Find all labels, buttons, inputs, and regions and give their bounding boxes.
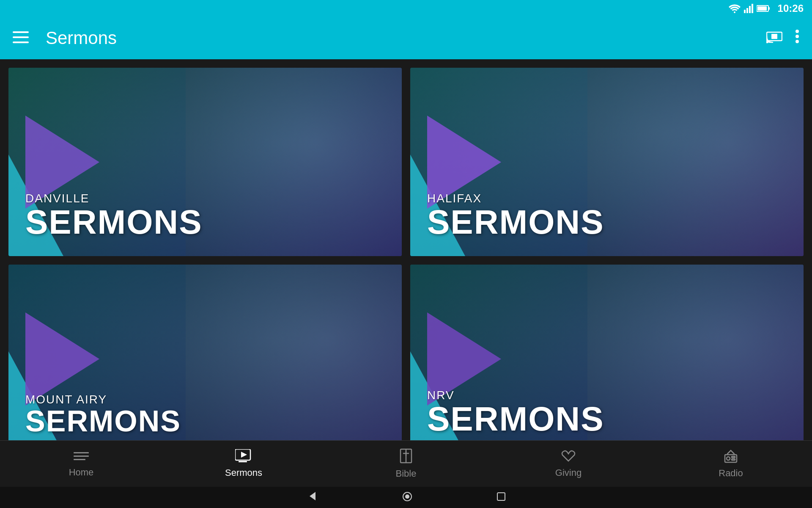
svg-point-28 — [727, 457, 730, 460]
svg-point-0 — [734, 11, 735, 13]
page-title: Sermons — [46, 28, 766, 48]
sermon-label-mount-airy: SERMONS — [25, 406, 181, 436]
svg-point-16 — [796, 40, 799, 43]
svg-rect-29 — [732, 456, 735, 458]
status-icons: 10:26 — [729, 3, 804, 14]
svg-marker-31 — [310, 492, 315, 500]
sermon-label-nrv: SERMONS — [427, 402, 604, 436]
photo-overlay-nrv — [587, 265, 804, 453]
svg-rect-10 — [13, 41, 29, 43]
nav-item-sermons[interactable]: Sermons — [162, 449, 325, 478]
nav-label-bible: Bible — [396, 468, 417, 479]
cast-icon[interactable] — [766, 29, 782, 47]
svg-rect-17 — [74, 452, 89, 453]
sermon-text-mount-airy: MOUNT AIRY SERMONS — [25, 393, 181, 436]
svg-point-14 — [796, 30, 799, 33]
android-nav-bar — [0, 487, 812, 508]
photo-overlay-mount-airy — [186, 265, 402, 453]
svg-rect-3 — [749, 6, 751, 13]
bible-icon — [400, 448, 412, 466]
play-arrow-mount-airy — [25, 312, 99, 406]
more-options-icon[interactable] — [795, 29, 799, 47]
svg-rect-9 — [13, 36, 29, 38]
svg-rect-6 — [768, 7, 770, 10]
battery-icon — [757, 5, 770, 12]
svg-rect-18 — [74, 456, 89, 457]
sermon-text-nrv: NRV SERMONS — [427, 389, 604, 436]
svg-rect-4 — [752, 4, 753, 13]
photo-overlay-danville — [186, 68, 402, 256]
photo-overlay-halifax — [587, 68, 804, 256]
sermon-card-mount-airy[interactable]: MOUNT AIRY SERMONS — [8, 265, 402, 453]
bottom-navigation: Home Sermons Bible — [0, 440, 812, 487]
app-bar: Sermons — [0, 17, 812, 59]
status-bar: 10:26 — [0, 0, 812, 17]
svg-point-12 — [766, 41, 768, 43]
hamburger-menu-icon[interactable] — [13, 30, 29, 46]
svg-rect-8 — [13, 31, 29, 33]
sermon-card-danville[interactable]: DANVILLE SERMONS — [8, 68, 402, 256]
app-bar-actions — [766, 29, 799, 47]
nav-label-sermons: Sermons — [225, 467, 262, 478]
svg-rect-7 — [757, 6, 767, 11]
signal-icon — [744, 4, 753, 13]
recent-apps-button[interactable] — [497, 492, 506, 503]
svg-marker-21 — [241, 452, 247, 458]
svg-point-33 — [405, 494, 409, 499]
svg-rect-2 — [746, 8, 748, 13]
sermon-text-danville: DANVILLE SERMONS — [25, 192, 203, 239]
home-button[interactable] — [403, 492, 412, 503]
svg-point-15 — [796, 35, 799, 38]
wifi-icon — [729, 4, 741, 13]
giving-icon — [561, 449, 576, 465]
svg-rect-30 — [732, 459, 735, 460]
status-time: 10:26 — [778, 3, 804, 14]
sermon-card-nrv[interactable]: NRV SERMONS — [410, 265, 804, 453]
home-icon — [74, 450, 89, 464]
nav-label-radio: Radio — [719, 468, 743, 479]
sermon-card-halifax[interactable]: HALIFAX SERMONS — [410, 68, 804, 256]
radio-icon — [724, 449, 738, 465]
sermon-label-halifax: SERMONS — [427, 205, 604, 239]
sermon-text-halifax: HALIFAX SERMONS — [427, 192, 604, 239]
svg-rect-19 — [74, 459, 85, 460]
nav-item-giving[interactable]: Giving — [487, 449, 650, 478]
svg-rect-22 — [239, 461, 247, 462]
nav-item-radio[interactable]: Radio — [650, 449, 812, 479]
nav-item-home[interactable]: Home — [0, 450, 162, 478]
svg-rect-13 — [771, 34, 777, 39]
nav-label-giving: Giving — [555, 467, 582, 478]
nav-label-home: Home — [69, 467, 94, 478]
sermon-label-danville: SERMONS — [25, 205, 203, 239]
sermon-grid: DANVILLE SERMONS HALIFAX SERMONS MOUNT A… — [0, 59, 812, 461]
svg-rect-1 — [744, 10, 746, 13]
nav-item-bible[interactable]: Bible — [325, 448, 487, 479]
sermons-icon — [235, 449, 252, 465]
svg-rect-34 — [497, 493, 505, 500]
back-button[interactable] — [306, 490, 318, 505]
